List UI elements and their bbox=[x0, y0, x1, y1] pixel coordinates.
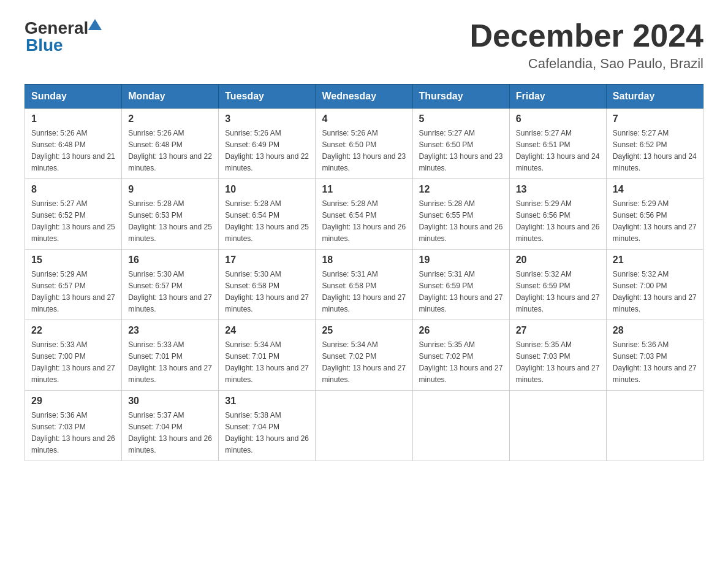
day-number: 14 bbox=[613, 184, 697, 195]
day-number: 7 bbox=[613, 113, 697, 124]
calendar-cell: 12 Sunrise: 5:28 AMSunset: 6:55 PMDaylig… bbox=[412, 179, 509, 250]
weekday-header-monday: Monday bbox=[122, 85, 219, 109]
day-info: Sunrise: 5:29 AMSunset: 6:56 PMDaylight:… bbox=[613, 199, 697, 243]
calendar-cell: 29 Sunrise: 5:36 AMSunset: 7:03 PMDaylig… bbox=[25, 391, 122, 461]
calendar-cell: 13 Sunrise: 5:29 AMSunset: 6:56 PMDaylig… bbox=[509, 179, 606, 250]
day-number: 19 bbox=[419, 255, 503, 266]
day-info: Sunrise: 5:28 AMSunset: 6:55 PMDaylight:… bbox=[419, 199, 503, 243]
day-number: 12 bbox=[419, 184, 503, 195]
day-number: 18 bbox=[322, 255, 406, 266]
day-info: Sunrise: 5:36 AMSunset: 7:03 PMDaylight:… bbox=[613, 340, 697, 384]
day-number: 15 bbox=[31, 255, 115, 266]
day-info: Sunrise: 5:26 AMSunset: 6:49 PMDaylight:… bbox=[225, 129, 309, 172]
day-number: 23 bbox=[128, 325, 212, 336]
calendar-cell bbox=[412, 391, 509, 461]
day-number: 4 bbox=[322, 113, 406, 124]
calendar-cell: 18 Sunrise: 5:31 AMSunset: 6:58 PMDaylig… bbox=[316, 250, 412, 320]
day-number: 28 bbox=[613, 325, 697, 336]
calendar-cell: 7 Sunrise: 5:27 AMSunset: 6:52 PMDayligh… bbox=[606, 109, 703, 179]
logo-blue-text: Blue bbox=[26, 36, 63, 55]
calendar-cell: 6 Sunrise: 5:27 AMSunset: 6:51 PMDayligh… bbox=[509, 109, 606, 179]
day-number: 29 bbox=[31, 396, 115, 407]
calendar-cell: 28 Sunrise: 5:36 AMSunset: 7:03 PMDaylig… bbox=[606, 320, 703, 391]
day-info: Sunrise: 5:35 AMSunset: 7:03 PMDaylight:… bbox=[516, 340, 600, 384]
day-info: Sunrise: 5:30 AMSunset: 6:57 PMDaylight:… bbox=[128, 270, 212, 313]
day-number: 21 bbox=[613, 255, 697, 266]
day-number: 25 bbox=[322, 325, 406, 336]
day-number: 5 bbox=[419, 113, 503, 124]
day-info: Sunrise: 5:38 AMSunset: 7:04 PMDaylight:… bbox=[225, 411, 309, 454]
calendar-cell: 10 Sunrise: 5:28 AMSunset: 6:54 PMDaylig… bbox=[219, 179, 316, 250]
day-info: Sunrise: 5:34 AMSunset: 7:02 PMDaylight:… bbox=[322, 340, 406, 384]
weekday-header-tuesday: Tuesday bbox=[219, 85, 316, 109]
calendar-week-row: 22 Sunrise: 5:33 AMSunset: 7:00 PMDaylig… bbox=[25, 320, 703, 391]
weekday-header-friday: Friday bbox=[509, 85, 606, 109]
calendar-cell: 24 Sunrise: 5:34 AMSunset: 7:01 PMDaylig… bbox=[219, 320, 316, 391]
day-number: 11 bbox=[322, 184, 406, 195]
weekday-header-saturday: Saturday bbox=[606, 85, 703, 109]
day-number: 30 bbox=[128, 396, 212, 407]
calendar-cell bbox=[316, 391, 412, 461]
day-info: Sunrise: 5:33 AMSunset: 7:00 PMDaylight:… bbox=[31, 340, 115, 384]
calendar-header-row: SundayMondayTuesdayWednesdayThursdayFrid… bbox=[25, 85, 703, 109]
day-number: 10 bbox=[225, 184, 309, 195]
calendar-week-row: 29 Sunrise: 5:36 AMSunset: 7:03 PMDaylig… bbox=[25, 391, 703, 461]
day-info: Sunrise: 5:35 AMSunset: 7:02 PMDaylight:… bbox=[419, 340, 503, 384]
calendar-cell: 19 Sunrise: 5:31 AMSunset: 6:59 PMDaylig… bbox=[412, 250, 509, 320]
day-number: 17 bbox=[225, 255, 309, 266]
calendar-cell: 4 Sunrise: 5:26 AMSunset: 6:50 PMDayligh… bbox=[316, 109, 412, 179]
day-info: Sunrise: 5:28 AMSunset: 6:54 PMDaylight:… bbox=[225, 199, 309, 243]
day-info: Sunrise: 5:27 AMSunset: 6:52 PMDaylight:… bbox=[613, 129, 697, 172]
day-number: 16 bbox=[128, 255, 212, 266]
calendar-cell: 2 Sunrise: 5:26 AMSunset: 6:48 PMDayligh… bbox=[122, 109, 219, 179]
calendar-cell: 27 Sunrise: 5:35 AMSunset: 7:03 PMDaylig… bbox=[509, 320, 606, 391]
day-number: 31 bbox=[225, 396, 309, 407]
calendar-cell: 5 Sunrise: 5:27 AMSunset: 6:50 PMDayligh… bbox=[412, 109, 509, 179]
calendar-week-row: 1 Sunrise: 5:26 AMSunset: 6:48 PMDayligh… bbox=[25, 109, 703, 179]
day-info: Sunrise: 5:37 AMSunset: 7:04 PMDaylight:… bbox=[128, 411, 212, 454]
title-section: December 2024 Cafelandia, Sao Paulo, Bra… bbox=[469, 18, 703, 72]
calendar-cell: 9 Sunrise: 5:28 AMSunset: 6:53 PMDayligh… bbox=[122, 179, 219, 250]
calendar-cell: 17 Sunrise: 5:30 AMSunset: 6:58 PMDaylig… bbox=[219, 250, 316, 320]
calendar-cell: 1 Sunrise: 5:26 AMSunset: 6:48 PMDayligh… bbox=[25, 109, 122, 179]
calendar-cell: 25 Sunrise: 5:34 AMSunset: 7:02 PMDaylig… bbox=[316, 320, 412, 391]
calendar-cell: 21 Sunrise: 5:32 AMSunset: 7:00 PMDaylig… bbox=[606, 250, 703, 320]
day-number: 27 bbox=[516, 325, 600, 336]
weekday-header-sunday: Sunday bbox=[25, 85, 122, 109]
day-info: Sunrise: 5:32 AMSunset: 6:59 PMDaylight:… bbox=[516, 270, 600, 313]
day-number: 20 bbox=[516, 255, 600, 266]
day-info: Sunrise: 5:26 AMSunset: 6:50 PMDaylight:… bbox=[322, 129, 406, 172]
day-info: Sunrise: 5:33 AMSunset: 7:01 PMDaylight:… bbox=[128, 340, 212, 384]
day-number: 13 bbox=[516, 184, 600, 195]
calendar-cell: 3 Sunrise: 5:26 AMSunset: 6:49 PMDayligh… bbox=[219, 109, 316, 179]
calendar-cell: 14 Sunrise: 5:29 AMSunset: 6:56 PMDaylig… bbox=[606, 179, 703, 250]
day-info: Sunrise: 5:27 AMSunset: 6:52 PMDaylight:… bbox=[31, 199, 115, 243]
day-number: 26 bbox=[419, 325, 503, 336]
logo-triangle-icon bbox=[88, 19, 102, 33]
day-info: Sunrise: 5:30 AMSunset: 6:58 PMDaylight:… bbox=[225, 270, 309, 313]
day-info: Sunrise: 5:29 AMSunset: 6:56 PMDaylight:… bbox=[516, 199, 600, 243]
day-info: Sunrise: 5:27 AMSunset: 6:51 PMDaylight:… bbox=[516, 129, 600, 172]
day-number: 2 bbox=[128, 113, 212, 124]
day-info: Sunrise: 5:26 AMSunset: 6:48 PMDaylight:… bbox=[31, 129, 115, 172]
logo: General Blue bbox=[25, 18, 102, 55]
day-number: 24 bbox=[225, 325, 309, 336]
day-info: Sunrise: 5:32 AMSunset: 7:00 PMDaylight:… bbox=[613, 270, 697, 313]
day-info: Sunrise: 5:31 AMSunset: 6:58 PMDaylight:… bbox=[322, 270, 406, 313]
day-info: Sunrise: 5:26 AMSunset: 6:48 PMDaylight:… bbox=[128, 129, 212, 172]
calendar-cell: 8 Sunrise: 5:27 AMSunset: 6:52 PMDayligh… bbox=[25, 179, 122, 250]
calendar-cell: 16 Sunrise: 5:30 AMSunset: 6:57 PMDaylig… bbox=[122, 250, 219, 320]
calendar-cell: 22 Sunrise: 5:33 AMSunset: 7:00 PMDaylig… bbox=[25, 320, 122, 391]
calendar-table: SundayMondayTuesdayWednesdayThursdayFrid… bbox=[25, 84, 703, 461]
calendar-cell bbox=[509, 391, 606, 461]
day-info: Sunrise: 5:27 AMSunset: 6:50 PMDaylight:… bbox=[419, 129, 503, 172]
day-number: 3 bbox=[225, 113, 309, 124]
day-number: 1 bbox=[31, 113, 115, 124]
calendar-cell: 20 Sunrise: 5:32 AMSunset: 6:59 PMDaylig… bbox=[509, 250, 606, 320]
calendar-cell: 30 Sunrise: 5:37 AMSunset: 7:04 PMDaylig… bbox=[122, 391, 219, 461]
day-info: Sunrise: 5:28 AMSunset: 6:53 PMDaylight:… bbox=[128, 199, 212, 243]
day-number: 9 bbox=[128, 184, 212, 195]
calendar-cell: 15 Sunrise: 5:29 AMSunset: 6:57 PMDaylig… bbox=[25, 250, 122, 320]
day-info: Sunrise: 5:29 AMSunset: 6:57 PMDaylight:… bbox=[31, 270, 115, 313]
month-title: December 2024 bbox=[469, 18, 703, 53]
